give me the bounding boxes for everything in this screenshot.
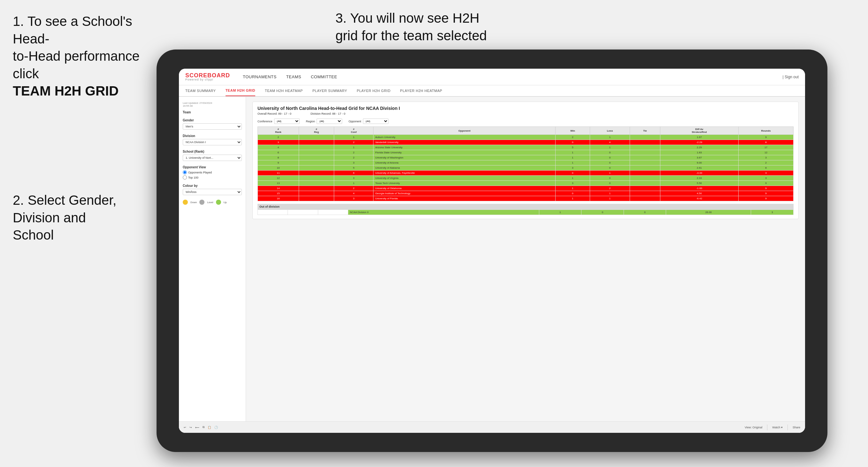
cell-reg [299, 186, 334, 191]
cell-conf: 3 [334, 160, 373, 165]
tab-team-summary[interactable]: TEAM SUMMARY [185, 85, 216, 96]
filter-row: Conference (All) Region (All) [257, 119, 794, 124]
tab-player-summary[interactable]: PLAYER SUMMARY [312, 85, 347, 96]
legend-level-dot [199, 200, 205, 205]
cell-reg [299, 165, 334, 170]
cell-rounds: 3 [738, 170, 793, 176]
cell-reg [299, 150, 334, 155]
toolbar-paste-icon[interactable]: 📋 [208, 426, 211, 429]
colour-by-label: Colour by [183, 184, 242, 187]
sub-nav: TEAM SUMMARY TEAM H2H GRID TEAM H2H HEAT… [179, 85, 805, 97]
cell-diff: 1.83 [660, 150, 738, 155]
sidebar-team-section: Team [183, 111, 242, 114]
table-row: 13 1 Texas Tech University 3 0 5.56 9 [258, 181, 794, 186]
toolbar-redo-icon[interactable]: ↪ [189, 426, 192, 429]
region-select[interactable]: (All) [317, 119, 342, 124]
cell-win: 3 [556, 181, 590, 186]
share-button[interactable]: Share [793, 426, 800, 429]
cell-rounds: 2 [738, 160, 793, 165]
cell-rank: 6 [258, 150, 299, 155]
annotation-3: 3. You will now see H2H grid for the tea… [336, 9, 533, 44]
logo: SCOREBOARD Powered by clippi [185, 72, 230, 81]
table-row: 15 4 Georgia Institute of Technology 0 1… [258, 191, 794, 196]
cell-loss: 0 [590, 165, 630, 170]
cell-loss: 1 [590, 191, 630, 196]
out-of-division-row: NCAA Division II 1 0 0 26.00 3 [258, 210, 794, 215]
radio-top100[interactable]: Top 100 [183, 175, 242, 180]
sidebar-opponent-section: Opponent View Opponents Played Top 100 [183, 165, 242, 180]
cell-rank: 10 [258, 165, 299, 170]
cell-win: 0 [556, 170, 590, 176]
cell-loss: 2 [590, 186, 630, 191]
cell-opponent: Auburn University [373, 135, 556, 140]
toolbar-back-icon[interactable]: ⟵ [195, 426, 199, 429]
cell-win: 5 [556, 145, 590, 150]
radio-opponents-played[interactable]: Opponents Played [183, 170, 242, 175]
logo-sub: Powered by clippi [185, 78, 230, 81]
cell-rank: 13 [258, 181, 299, 186]
toolbar-sep2 [787, 425, 788, 430]
cell-rounds: 3 [738, 176, 793, 181]
cell-loss: 1 [590, 145, 630, 150]
cell-rounds: 9 [738, 186, 793, 191]
cell-diff: 5.56 [660, 181, 738, 186]
cell-conf: 1 [334, 135, 373, 140]
watch-button[interactable]: Watch ▾ [772, 426, 783, 429]
nav-committee[interactable]: COMMITTEE [311, 74, 337, 79]
sign-out[interactable]: | Sign out [783, 75, 799, 79]
cell-diff: 4.50 [660, 191, 738, 196]
cell-win: 1 [556, 196, 590, 201]
cell-diff: 2.61 [660, 165, 738, 170]
cell-tie [630, 155, 660, 160]
colour-by-select[interactable]: Win/loss [183, 189, 242, 195]
school-select[interactable]: 1. University of Nort... [183, 155, 242, 161]
out-of-division-table: NCAA Division II 1 0 0 26.00 3 [257, 210, 794, 215]
cell-win: 2 [556, 135, 590, 140]
cell-reg [299, 145, 334, 150]
ood-loss: 0 [582, 210, 624, 215]
col-diff: Diff AvStrokes/Rnd [660, 127, 738, 135]
cell-opponent: University of Washington [373, 155, 556, 160]
table-row: 10 5 University of Alabama 3 0 2.61 8 [258, 165, 794, 170]
cell-opponent: University of Arizona [373, 160, 556, 165]
tab-team-h2h-heatmap[interactable]: TEAM H2H HEATMAP [265, 85, 303, 96]
nav-tournaments[interactable]: TOURNAMENTS [243, 74, 277, 79]
opponent-select[interactable]: (All) [363, 119, 389, 124]
tab-team-h2h-grid[interactable]: TEAM H2H GRID [225, 85, 255, 96]
conference-select[interactable]: (All) [274, 119, 300, 124]
cell-win: 1 [556, 176, 590, 181]
cell-rank: 4 [258, 145, 299, 150]
ann1-bold: TEAM H2H GRID [13, 83, 119, 98]
sidebar-division-section: Division NCAA Division I [183, 134, 242, 145]
tablet: SCOREBOARD Powered by clippi TOURNAMENTS… [157, 50, 828, 452]
gender-select[interactable]: Men's [183, 123, 242, 130]
cell-loss: 0 [590, 155, 630, 160]
region-filter: Region (All) [306, 119, 342, 124]
cell-opponent: University of Virginia [373, 176, 556, 181]
table-row: 9 3 University of Arizona 1 0 9.00 2 [258, 160, 794, 165]
tab-player-h2h-heatmap[interactable]: PLAYER H2H HEATMAP [400, 85, 442, 96]
tab-player-h2h-grid[interactable]: PLAYER H2H GRID [357, 85, 391, 96]
main-content: Last Updated: 27/03/202416:55:38 Team Ge… [179, 97, 805, 433]
toolbar-copy-icon[interactable]: ⧉ [203, 426, 205, 429]
toolbar-undo-icon[interactable]: ↩ [184, 426, 186, 429]
bottom-toolbar: ↩ ↪ ⟵ ⧉ 📋 🕐 View: Original Watch ▾ Share [179, 421, 805, 433]
table-row: 14 2 University of Oklahoma 1 2 -1.00 9 [258, 186, 794, 191]
cell-win: 0 [556, 191, 590, 196]
cell-tie [630, 196, 660, 201]
division-record: Division Record: 88 - 17 - 0 [311, 112, 345, 115]
cell-rounds: 9 [738, 135, 793, 140]
cell-conf: 2 [334, 150, 373, 155]
nav-teams[interactable]: TEAMS [286, 74, 301, 79]
cell-tie [630, 191, 660, 196]
ann3-line1: 3. You will now see H2H [336, 10, 479, 26]
cell-reg [299, 135, 334, 140]
cell-conf: 2 [334, 155, 373, 160]
cell-rounds: 3 [738, 155, 793, 160]
cell-conf: 3 [334, 196, 373, 201]
cell-tie [630, 176, 660, 181]
cell-win: 1 [556, 186, 590, 191]
cell-reg [299, 155, 334, 160]
division-select[interactable]: NCAA Division I [183, 139, 242, 145]
cell-tie [630, 150, 660, 155]
